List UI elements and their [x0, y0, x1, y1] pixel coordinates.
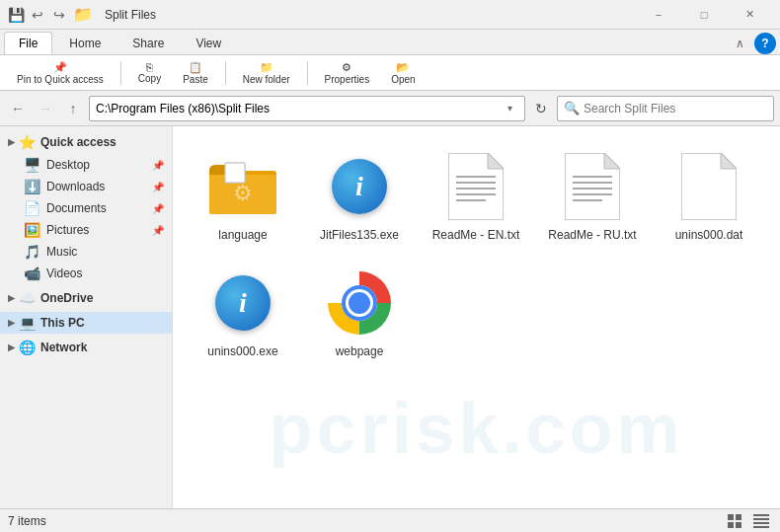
svg-marker-7: [488, 153, 504, 169]
properties-button[interactable]: ⚙ Properties: [316, 58, 379, 88]
sidebar-header-onedrive[interactable]: ▶ ☁️ OneDrive: [0, 286, 172, 310]
webpage-icon: [324, 267, 395, 339]
sidebar-item-music[interactable]: 🎵 Music: [0, 241, 172, 263]
refresh-button[interactable]: ↻: [529, 97, 553, 120]
address-input[interactable]: [96, 102, 501, 115]
pin-documents-icon: 📌: [152, 203, 164, 214]
search-wrap[interactable]: 🔍: [557, 96, 774, 121]
sidebar-header-network[interactable]: ▶ 🌐 Network: [0, 336, 172, 359]
expand-network-icon: ▶: [8, 342, 15, 352]
details-view-button[interactable]: [750, 512, 772, 530]
file-item-webpage[interactable]: webpage: [305, 259, 414, 367]
undo-icon: ↩: [30, 7, 45, 23]
file-item-readme-ru[interactable]: ReadMe - RU.txt: [538, 142, 647, 251]
up-button[interactable]: ↑: [61, 97, 85, 120]
desktop-label: Desktop: [46, 158, 90, 172]
sidebar-item-videos[interactable]: 📹 Videos: [0, 263, 172, 284]
file-item-unins000exe[interactable]: i unins000.exe: [189, 259, 297, 367]
paste-button[interactable]: 📋 Paste: [174, 58, 217, 88]
pin-to-quick-access-button[interactable]: 📌 Pin to Quick access: [8, 58, 113, 88]
svg-marker-21: [721, 153, 737, 169]
main-layout: ▶ ⭐ Quick access 🖥️ Desktop 📌 ⬇️ Downloa…: [0, 126, 780, 508]
onedrive-icon: ☁️: [19, 290, 36, 306]
large-icons-view-button[interactable]: [725, 512, 746, 530]
pictures-icon: 🖼️: [24, 222, 40, 238]
minimize-button[interactable]: −: [636, 0, 681, 30]
sidebar-item-desktop[interactable]: 🖥️ Desktop 📌: [0, 154, 172, 176]
open-button[interactable]: 📂 Open: [382, 58, 424, 88]
downloads-icon: ⬇️: [24, 179, 40, 194]
network-icon: 🌐: [19, 340, 36, 355]
content-area: ⚙ language i JitFiles135.exe: [173, 126, 780, 508]
thispc-icon: 💻: [19, 315, 36, 331]
readme-ru-icon: [557, 151, 628, 222]
music-icon: 🎵: [24, 244, 40, 260]
file-item-language[interactable]: ⚙ language: [189, 142, 297, 251]
jitfiles-app-icon: i: [332, 159, 387, 214]
network-label: Network: [40, 341, 87, 354]
svg-rect-28: [728, 522, 734, 528]
ribbon-tabs: File Home Share View ∧ ?: [0, 30, 780, 55]
svg-text:⚙: ⚙: [233, 181, 253, 205]
svg-rect-31: [753, 518, 769, 520]
sidebar-item-pictures[interactable]: 🖼️ Pictures 📌: [0, 219, 172, 241]
ribbon-separator-3: [307, 61, 308, 85]
sidebar-section-thispc: ▶ 💻 This PC: [0, 312, 172, 334]
address-dropdown-button[interactable]: ▾: [501, 103, 518, 114]
tab-share[interactable]: Share: [117, 32, 179, 54]
sidebar-header-quick-access[interactable]: ▶ ⭐ Quick access: [0, 130, 172, 154]
search-input[interactable]: [584, 102, 767, 115]
redo-icon: ↪: [51, 7, 67, 23]
ribbon-collapse-button[interactable]: ∧: [729, 33, 750, 54]
pin-pictures-icon: 📌: [152, 225, 164, 236]
tab-file[interactable]: File: [4, 32, 52, 54]
svg-rect-32: [753, 522, 769, 524]
jitfiles-icon: i: [324, 151, 395, 222]
expand-thispc-icon: ▶: [8, 318, 15, 328]
music-label: Music: [46, 245, 77, 259]
videos-icon: 📹: [24, 266, 40, 281]
file-item-readme-en[interactable]: ReadMe - EN.txt: [422, 142, 530, 251]
unins000exe-app-icon: i: [215, 275, 271, 331]
jitfiles-label: JitFiles135.exe: [320, 228, 399, 242]
window-title: Split Files: [105, 8, 636, 22]
forward-button[interactable]: →: [34, 97, 57, 120]
desktop-icon: 🖥️: [24, 157, 40, 173]
sidebar-item-downloads[interactable]: ⬇️ Downloads 📌: [0, 176, 172, 197]
unins000dat-label: unins000.dat: [675, 228, 743, 242]
ribbon-separator-2: [225, 61, 226, 85]
copy-button[interactable]: ⎘ Copy: [129, 58, 170, 88]
properties-icon: ⚙: [342, 61, 351, 74]
tab-home[interactable]: Home: [54, 32, 116, 54]
window-controls: − □ ✕: [636, 0, 772, 30]
svg-point-25: [349, 292, 370, 314]
onedrive-label: OneDrive: [40, 291, 93, 305]
back-button[interactable]: ←: [6, 97, 30, 120]
new-folder-button[interactable]: 📁 New folder: [234, 58, 299, 88]
paste-icon: 📋: [189, 61, 202, 74]
documents-label: Documents: [46, 201, 107, 215]
pin-icon: 📌: [53, 61, 67, 74]
close-button[interactable]: ✕: [727, 0, 772, 30]
readme-ru-label: ReadMe - RU.txt: [548, 228, 636, 242]
readme-en-icon: [440, 151, 511, 222]
file-item-unins000dat[interactable]: unins000.dat: [655, 142, 763, 251]
status-bar: 7 items: [0, 508, 780, 532]
item-count: 7 items: [8, 514, 46, 528]
videos-label: Videos: [46, 266, 82, 280]
address-input-wrap[interactable]: ▾: [89, 96, 525, 121]
open-icon: 📂: [396, 61, 410, 74]
unins000dat-icon: [673, 151, 744, 222]
expand-icon: ▶: [8, 137, 15, 147]
new-folder-icon: 📁: [260, 61, 273, 74]
svg-rect-30: [753, 514, 769, 516]
help-button[interactable]: ?: [754, 33, 776, 54]
sidebar-header-thispc[interactable]: ▶ 💻 This PC: [0, 312, 172, 334]
pin-downloads-icon: 📌: [152, 182, 164, 192]
sidebar-section-onedrive: ▶ ☁️ OneDrive: [0, 286, 172, 310]
file-item-jitfiles[interactable]: i JitFiles135.exe: [305, 142, 414, 251]
sidebar-item-documents[interactable]: 📄 Documents 📌: [0, 197, 172, 219]
tab-view[interactable]: View: [181, 32, 236, 54]
maximize-button[interactable]: □: [681, 0, 727, 30]
ribbon-separator: [120, 61, 121, 85]
